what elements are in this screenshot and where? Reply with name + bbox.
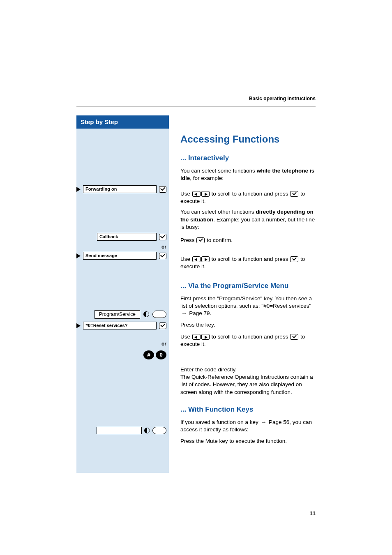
key-row-program-service: Program/Service (95, 310, 166, 318)
dialpad-hash-zero: # 0 (143, 350, 166, 359)
led-half-icon (143, 311, 149, 317)
subheading-function-keys: ... With Function Keys (180, 405, 316, 415)
paragraph: First press the "Program/Service" key. Y… (180, 295, 316, 318)
scroll-left-key-icon (192, 256, 201, 262)
confirm-key-icon (159, 322, 166, 329)
function-key-program-service: Program/Service (95, 310, 140, 318)
display-send-message: Send message (83, 252, 157, 260)
or-label: or (161, 341, 166, 347)
arrow-right-icon (76, 323, 81, 328)
display-row-callback: Callback (97, 233, 166, 241)
paragraph: If you saved a function on a key → Page … (180, 419, 316, 433)
or-label: or (161, 244, 166, 250)
pill-key-icon (152, 427, 166, 434)
arrow-right-icon: → (181, 310, 187, 317)
display-callback: Callback (97, 233, 157, 241)
display-reset: #0=Reset services? (83, 322, 157, 329)
scroll-right-key-icon (201, 191, 210, 197)
confirm-key-icon (290, 191, 298, 197)
arrow-right-icon (76, 253, 81, 258)
scroll-right-key-icon (201, 256, 210, 262)
paragraph: Press the Mute key to execute the functi… (180, 438, 316, 445)
confirm-key-icon (290, 256, 298, 262)
paragraph: Use to scroll to a function and press to… (180, 333, 316, 348)
blank-key-label (97, 427, 142, 434)
confirm-key-icon (196, 237, 205, 243)
paragraph: You can select some functions while the … (180, 167, 316, 182)
arrow-right-icon: → (261, 419, 267, 426)
confirm-key-icon (159, 234, 166, 240)
scroll-left-key-icon (192, 334, 201, 340)
paragraph: Enter the code directly. The Quick-Refer… (180, 366, 316, 396)
main-content: Accessing Functions ... Interactively Yo… (180, 115, 316, 473)
scroll-left-key-icon (192, 191, 201, 197)
paragraph: Use to scroll to a function and press to… (180, 256, 316, 270)
running-head: Basic operating instructions (76, 95, 316, 106)
display-forwarding: Forwarding on (83, 185, 157, 193)
zero-key-icon: 0 (156, 350, 166, 359)
led-half-icon (144, 428, 150, 433)
page-number: 11 (76, 510, 316, 517)
heading-accessing-functions: Accessing Functions (180, 133, 316, 146)
paragraph: Press the key. (180, 321, 316, 329)
confirm-key-icon (159, 186, 166, 193)
confirm-key-icon (290, 334, 298, 340)
display-row-send-message: Send message (76, 252, 166, 260)
arrow-right-icon (76, 187, 81, 192)
subheading-interactively: ... Interactively (180, 154, 316, 163)
confirm-key-icon (159, 253, 166, 259)
subheading-program-service: ... Via the Program/Service Menu (180, 281, 316, 291)
display-row-forwarding: Forwarding on (76, 185, 166, 193)
display-row-reset: #0=Reset services? (76, 322, 166, 329)
key-row-mute (97, 427, 166, 434)
scroll-right-key-icon (201, 334, 210, 340)
step-by-step-sidebar: Step by Step Forwarding on Callback or S… (76, 115, 169, 473)
sidebar-title: Step by Step (76, 115, 169, 129)
hash-key-icon: # (143, 350, 154, 359)
paragraph: Press to confirm. (180, 237, 316, 244)
pill-key-icon (152, 311, 166, 318)
paragraph: Use to scroll to a function and press to… (180, 190, 316, 205)
paragraph: You can select other functions directly … (180, 208, 316, 231)
